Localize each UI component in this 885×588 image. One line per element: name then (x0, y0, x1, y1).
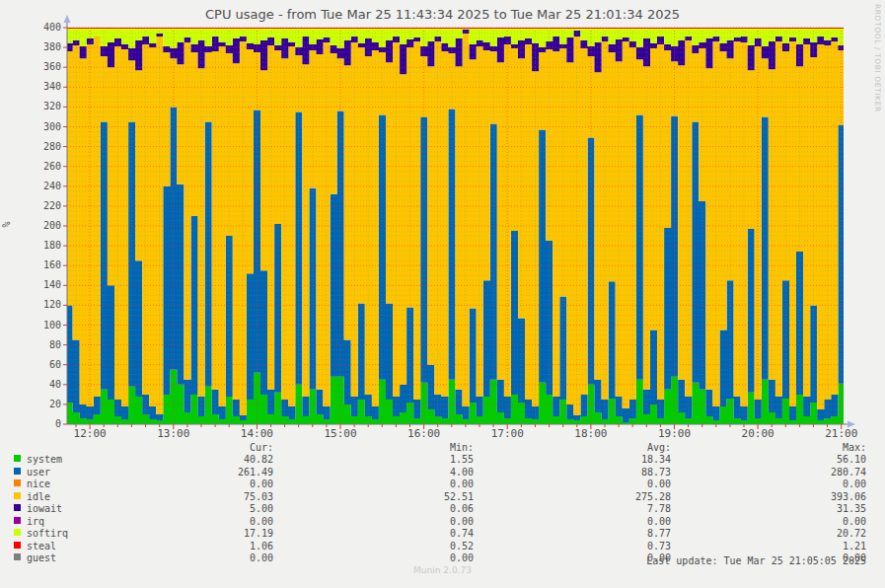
legend-max: 280.74 (689, 467, 866, 478)
legend-row-irq: irq0.000.000.000.00 (0, 516, 885, 529)
x-tick-label: 14:00 (235, 427, 278, 440)
legend-header-max: Max: (689, 442, 866, 453)
legend-label: softirq (27, 528, 68, 539)
legend-avg: 8.77 (493, 528, 671, 539)
y-tick-label: 120 (22, 300, 61, 310)
legend-min: 0.06 (296, 503, 474, 514)
legend-avg: 18.34 (493, 454, 671, 465)
legend-row-user: user261.494.0088.73280.74 (0, 467, 885, 479)
y-tick-label: 60 (22, 360, 61, 370)
x-tick-label: 21:00 (820, 427, 863, 440)
legend-max: 1.21 (689, 541, 866, 551)
legend-cur: 5.00 (96, 503, 273, 514)
x-tick-label: 16:00 (403, 427, 446, 440)
x-tick-label: 12:00 (68, 427, 111, 440)
y-tick-label: 400 (22, 23, 61, 33)
legend-header-min: Min: (296, 442, 474, 453)
y-axis-label: % (1, 205, 12, 245)
y-tick-label: 340 (22, 82, 61, 92)
legend-cur: 261.49 (96, 467, 273, 478)
legend-cur: 0.00 (96, 516, 273, 527)
legend-swatch-user-icon (14, 468, 21, 475)
legend-max: 20.72 (689, 528, 866, 539)
legend-cur: 17.19 (96, 528, 273, 539)
x-tick-label: 18:00 (569, 427, 613, 440)
y-tick-label: 0 (22, 419, 61, 429)
legend-min: 0.74 (296, 528, 474, 539)
legend-label: nice (27, 478, 50, 489)
legend-swatch-softirq-icon (14, 529, 21, 536)
legend-cur: 40.82 (96, 454, 273, 465)
legend-swatch-nice-icon (14, 479, 21, 486)
y-tick-label: 280 (22, 142, 61, 152)
munin-cpu-graph: CPU usage - from Tue Mar 25 11:43:34 202… (0, 0, 885, 588)
legend-label: iowait (27, 503, 62, 514)
legend-cur: 0.00 (96, 552, 273, 563)
y-tick-label: 140 (22, 280, 61, 290)
legend-max: 393.06 (689, 491, 866, 502)
legend-min: 52.51 (296, 491, 474, 502)
y-tick-label: 20 (22, 400, 61, 409)
legend-swatch-steal-icon (14, 542, 21, 549)
legend-cur: 1.06 (96, 541, 273, 551)
y-tick-label: 180 (22, 241, 61, 251)
legend-avg: 0.00 (493, 516, 671, 527)
legend-row-steal: steal1.060.520.731.21 (0, 541, 885, 553)
legend-min: 1.55 (296, 454, 474, 465)
legend-min: 0.00 (296, 516, 474, 527)
legend-avg: 275.28 (493, 491, 671, 502)
legend-cur: 75.03 (96, 491, 273, 502)
legend-min: 4.00 (296, 467, 474, 478)
legend-row-softirq: softirq17.190.748.7720.72 (0, 528, 885, 541)
legend-header-avg: Avg: (493, 442, 671, 453)
legend-label: idle (27, 491, 50, 502)
y-tick-label: 240 (22, 182, 61, 191)
legend-row-idle: idle75.0352.51275.28393.06 (0, 491, 885, 504)
legend-min: 0.00 (296, 552, 474, 563)
legend-swatch-guest-icon (14, 553, 21, 560)
legend-max: 56.10 (689, 454, 866, 465)
rrdtool-watermark: RRDTOOL / TOBI OETIKER (873, 4, 882, 112)
y-tick-label: 100 (22, 321, 61, 331)
y-tick-label: 160 (22, 260, 61, 270)
y-tick-label: 360 (22, 62, 61, 72)
legend-swatch-iowait-icon (14, 504, 21, 511)
y-tick-label: 200 (22, 221, 61, 231)
legend-cur: 0.00 (96, 478, 273, 489)
y-tick-label: 80 (22, 340, 61, 350)
legend-swatch-system-icon (14, 455, 21, 462)
legend-avg: 88.73 (493, 467, 671, 478)
y-tick-label: 320 (22, 102, 61, 111)
legend-min: 0.00 (296, 478, 474, 489)
x-tick-label: 15:00 (319, 427, 362, 440)
legend-label: irq (27, 516, 44, 527)
x-tick-label: 17:00 (485, 427, 529, 440)
legend-label: system (27, 454, 62, 465)
legend-avg: 0.73 (493, 541, 671, 551)
y-tick-label: 260 (22, 162, 61, 172)
x-tick-label: 19:00 (652, 427, 696, 440)
legend-swatch-idle-icon (14, 492, 21, 499)
legend-avg: 0.00 (493, 478, 671, 489)
munin-version: Munin 2.0.73 (0, 565, 885, 575)
legend-row-iowait: iowait5.000.067.7831.35 (0, 503, 885, 516)
legend-max: 0.00 (689, 516, 866, 527)
y-tick-label: 220 (22, 201, 61, 211)
x-tick-label: 13:00 (152, 427, 195, 440)
y-tick-label: 300 (22, 122, 61, 132)
legend-row-nice: nice0.000.000.000.00 (0, 478, 885, 491)
legend-max: 31.35 (689, 503, 866, 514)
legend-header-cur: Cur: (96, 442, 273, 453)
y-axis-arrow-icon (64, 15, 71, 23)
legend-row-system: system40.821.5518.3456.10 (0, 454, 885, 467)
legend-label: steal (27, 541, 56, 551)
y-tick-label: 40 (22, 380, 61, 390)
x-tick-label: 20:00 (736, 427, 779, 440)
legend-label: user (27, 467, 50, 478)
legend-swatch-irq-icon (14, 517, 21, 524)
y-tick-label: 380 (22, 42, 61, 52)
legend-avg: 7.78 (493, 503, 671, 514)
legend-max: 0.00 (689, 478, 866, 489)
legend-min: 0.52 (296, 541, 474, 551)
legend-label: guest (27, 552, 56, 563)
